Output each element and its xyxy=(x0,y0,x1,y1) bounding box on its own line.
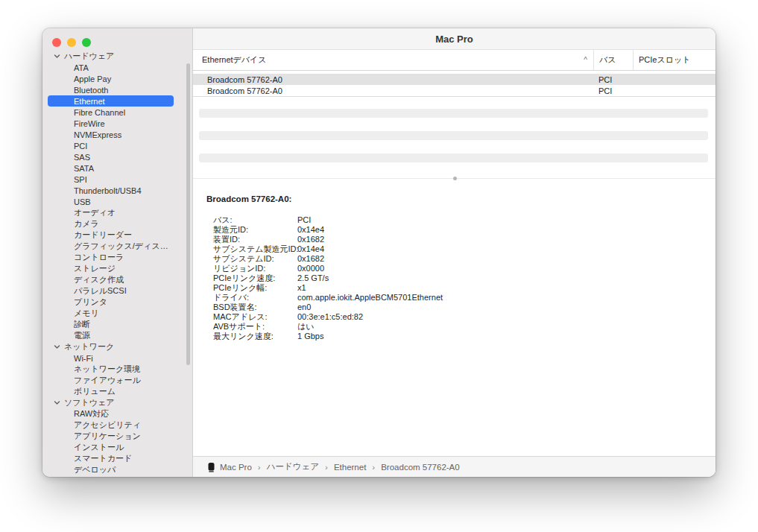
sidebar-item-firewire[interactable]: FireWire xyxy=(48,118,174,129)
chevron-down-icon xyxy=(54,343,60,350)
sidebar-item-ata[interactable]: ATA xyxy=(48,62,174,73)
sidebar-scrollbar[interactable] xyxy=(186,63,190,365)
detail-field-bsd-device-name: BSD装置名:en0 xyxy=(213,303,716,312)
empty-row-stripe xyxy=(199,131,708,140)
sidebar-item-label: Thunderbolt/USB4 xyxy=(74,186,142,195)
sidebar-item-ethernet[interactable]: Ethernet xyxy=(48,95,174,107)
field-label: BSD装置名: xyxy=(213,303,297,312)
sidebar-nav: ハードウェア ATA Apple Pay Bluetooth Ethernet … xyxy=(48,51,174,477)
path-bar: Mac Pro › ハードウェア › Ethernet › Broadcom 5… xyxy=(193,456,716,477)
field-label: リビジョンID: xyxy=(213,264,297,273)
field-value: 0x1682 xyxy=(297,254,324,264)
breadcrumb-separator: › xyxy=(324,463,329,472)
sidebar-group-network[interactable]: ネットワーク xyxy=(48,341,174,352)
column-header-bus[interactable]: バス xyxy=(593,50,633,70)
breadcrumb-item: ハードウェア xyxy=(267,461,319,472)
sidebar-item-label: ファイアウォール xyxy=(74,375,141,386)
field-label: MACアドレス: xyxy=(213,312,297,322)
sidebar-item-locations[interactable]: ネットワーク環境 xyxy=(48,364,174,375)
detail-field-driver: ドライバ:com.apple.iokit.AppleBCM5701Etherne… xyxy=(213,293,716,303)
titlebar[interactable]: Mac Pro xyxy=(193,28,716,50)
sidebar-item-developer[interactable]: デベロッパ xyxy=(48,464,174,475)
sidebar-item-thunderbolt-usb4[interactable]: Thunderbolt/USB4 xyxy=(48,185,174,196)
field-label: 最大リンク速度: xyxy=(213,332,297,341)
sidebar-item-smart-cards[interactable]: スマートカード xyxy=(48,453,174,464)
sidebar-item-memory[interactable]: メモリ xyxy=(48,308,174,319)
sidebar-item-firewall[interactable]: ファイアウォール xyxy=(48,375,174,386)
column-header-label: バス xyxy=(599,54,616,66)
window-controls xyxy=(52,38,91,47)
sidebar-item-diagnostics[interactable]: 診断 xyxy=(48,319,174,330)
sidebar-item-label: 診断 xyxy=(74,319,90,330)
device-name-cell: Broadcom 57762-A0 xyxy=(193,86,593,95)
sidebar-item-nvmexpress[interactable]: NVMExpress xyxy=(48,129,174,140)
detail-field-max-link-speed: 最大リンク速度:1 Gbps xyxy=(213,332,716,341)
field-label: PCIeリンク幅: xyxy=(213,283,297,293)
sidebar-item-graphics-displays[interactable]: グラフィックス/ディス… xyxy=(48,241,174,252)
sidebar-item-applications[interactable]: アプリケーション xyxy=(48,431,174,442)
sidebar-item-label: ネットワーク環境 xyxy=(74,364,140,375)
sidebar-item-label: コントローラ xyxy=(74,252,124,263)
detail-field-revision-id: リビジョンID:0x0000 xyxy=(213,264,716,273)
field-value: com.apple.iokit.AppleBCM5701Ethernet xyxy=(297,293,443,303)
sidebar-item-volumes[interactable]: ボリューム xyxy=(48,386,174,397)
detail-field-subsystem-vendor-id: サブシステム製造元ID:0x14e4 xyxy=(213,244,716,254)
sidebar-item-wifi[interactable]: Wi-Fi xyxy=(48,352,174,364)
sidebar-item-printer-software[interactable]: プリントソフトウェア xyxy=(48,475,174,477)
sidebar-item-apple-pay[interactable]: Apple Pay xyxy=(48,73,174,84)
table-row[interactable]: Broadcom 57762-A0 PCI xyxy=(193,74,716,85)
sidebar-item-usb[interactable]: USB xyxy=(48,196,174,207)
breadcrumb-separator: › xyxy=(257,463,262,472)
device-table: Broadcom 57762-A0 PCI Broadcom 57762-A0 … xyxy=(193,71,716,97)
sidebar-item-label: アクセシビリティ xyxy=(74,419,141,431)
sidebar-item-pci[interactable]: PCI xyxy=(48,140,174,151)
field-value: 0x14e4 xyxy=(297,244,324,254)
sidebar-item-label: カードリーダー xyxy=(74,229,132,241)
sidebar-item-accessibility[interactable]: アクセシビリティ xyxy=(48,419,174,431)
detail-field-vendor-id: 製造元ID:0x14e4 xyxy=(213,225,716,235)
detail-field-pcie-link-speed: PCIeリンク速度:2.5 GT/s xyxy=(213,273,716,283)
sidebar-item-parallel-scsi[interactable]: パラレルSCSI xyxy=(48,285,174,297)
field-value: PCI xyxy=(297,215,311,225)
close-button[interactable] xyxy=(52,38,61,47)
detail-field-subsystem-id: サブシステムID:0x1682 xyxy=(213,254,716,264)
minimize-button[interactable] xyxy=(67,38,76,47)
pane-splitter[interactable] xyxy=(193,178,716,186)
sidebar-item-label: インストール xyxy=(74,442,124,453)
zoom-button[interactable] xyxy=(82,38,91,47)
sidebar-item-label: ストレージ xyxy=(74,263,116,274)
sidebar-item-camera[interactable]: カメラ xyxy=(48,218,174,229)
sidebar-item-sas[interactable]: SAS xyxy=(48,151,174,162)
breadcrumb-item: Broadcom 57762-A0 xyxy=(381,463,459,472)
sidebar-item-label: Wi-Fi xyxy=(74,354,93,363)
sidebar: ハードウェア ATA Apple Pay Bluetooth Ethernet … xyxy=(42,28,193,477)
field-value: 0x1682 xyxy=(297,235,324,244)
sidebar-item-power[interactable]: 電源 xyxy=(48,330,174,341)
sidebar-item-spi[interactable]: SPI xyxy=(48,174,174,185)
sidebar-item-card-reader[interactable]: カードリーダー xyxy=(48,229,174,241)
table-row[interactable]: Broadcom 57762-A0 PCI xyxy=(193,85,716,96)
sidebar-item-controller[interactable]: コントローラ xyxy=(48,252,174,263)
field-value: 00:3e:e1:c5:ed:82 xyxy=(297,312,363,322)
sidebar-item-audio[interactable]: オーディオ xyxy=(48,207,174,218)
field-value: en0 xyxy=(297,303,311,312)
sidebar-item-fibre-channel[interactable]: Fibre Channel xyxy=(48,107,174,118)
sidebar-item-sata[interactable]: SATA xyxy=(48,162,174,174)
sidebar-item-installations[interactable]: インストール xyxy=(48,442,174,453)
sidebar-item-raw-support[interactable]: RAW対応 xyxy=(48,408,174,419)
column-header-ethernet-device[interactable]: Ethernetデバイス ^ xyxy=(193,50,593,70)
sidebar-group-software[interactable]: ソフトウェア xyxy=(48,397,174,408)
column-header-pcie-slot[interactable]: PCIeスロット xyxy=(633,50,716,70)
sidebar-item-disc-burning[interactable]: ディスク作成 xyxy=(48,274,174,285)
sidebar-item-label: ボリューム xyxy=(74,386,116,397)
sidebar-item-label: SAS xyxy=(74,153,90,162)
sidebar-group-hardware[interactable]: ハードウェア xyxy=(48,51,174,62)
sidebar-item-label: カメラ xyxy=(74,218,99,229)
sidebar-item-bluetooth[interactable]: Bluetooth xyxy=(48,84,174,95)
sidebar-item-storage[interactable]: ストレージ xyxy=(48,263,174,274)
sidebar-item-label: 電源 xyxy=(74,330,90,341)
sidebar-item-printers[interactable]: プリンタ xyxy=(48,297,174,308)
sidebar-item-label: SATA xyxy=(74,164,94,173)
sidebar-item-label: USB xyxy=(74,197,91,206)
detail-field-bus: バス:PCI xyxy=(213,215,716,225)
